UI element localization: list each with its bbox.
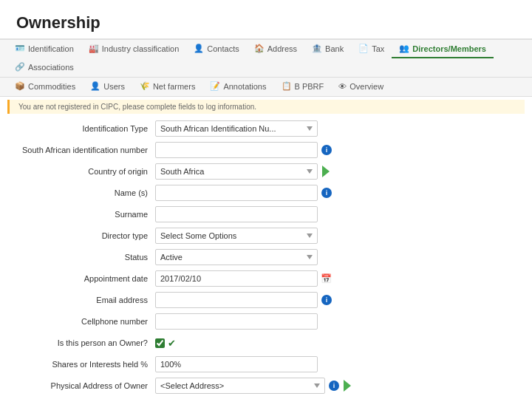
commodities-icon: 📦	[15, 81, 25, 91]
tab-bpbrf[interactable]: 📋 B PBRF	[274, 78, 332, 96]
email-input[interactable]	[155, 292, 318, 308]
cellphone-input[interactable]	[155, 313, 318, 330]
name-input[interactable]	[155, 185, 318, 201]
users-icon: 👤	[90, 81, 100, 91]
calendar-icon[interactable]: 📅	[321, 273, 332, 284]
name-label: Name (s)	[7, 188, 155, 197]
country-label: Country of origin	[7, 167, 155, 176]
appointment-row: Appointment date 📅	[7, 270, 525, 287]
tab-tax[interactable]: 📄 Tax	[351, 40, 392, 58]
email-info-icon[interactable]: i	[321, 295, 332, 305]
tab-net-farmers[interactable]: 🌾 Net farmers	[132, 78, 202, 96]
tab-address[interactable]: 🏠 Address	[247, 40, 304, 58]
tab-row-1: 🪪 Identification 🏭 Industry classificati…	[0, 40, 532, 78]
surname-label: Surname	[7, 210, 155, 219]
annotations-icon: 📝	[210, 81, 220, 91]
associations-icon: 🔗	[15, 62, 25, 72]
identification-type-select[interactable]: South African Identification Nu...	[155, 120, 318, 137]
identification-type-label: Identification Type	[7, 124, 155, 133]
is-owner-checkbox[interactable]	[155, 338, 165, 348]
tab-directors[interactable]: 👥 Directors/Members	[392, 40, 494, 58]
cellphone-row: Cellphone number	[7, 313, 525, 330]
tab-commodities[interactable]: 📦 Commodities	[7, 78, 83, 96]
tab-overview[interactable]: 👁 Overview	[331, 78, 391, 96]
sa-id-info-icon[interactable]: i	[321, 145, 332, 155]
contacts-icon: 👤	[194, 44, 204, 53]
is-owner-label: Is this person an Owner?	[7, 338, 155, 347]
country-select[interactable]: South Africa	[155, 163, 318, 180]
tab-associations[interactable]: 🔗 Associations	[7, 58, 81, 77]
status-select[interactable]: Active	[155, 249, 318, 265]
cellphone-label: Cellphone number	[7, 317, 155, 326]
checkmark-icon: ✔	[168, 338, 176, 349]
overview-icon: 👁	[338, 82, 347, 91]
sa-id-label: South African identification number	[7, 146, 155, 154]
page-title: Ownership	[16, 13, 516, 33]
status-row: Status Active	[7, 248, 525, 266]
identification-icon: 🪪	[15, 44, 25, 53]
name-info-icon[interactable]: i	[321, 188, 332, 198]
bank-icon: 🏦	[312, 44, 322, 53]
tab-annotations[interactable]: 📝 Annotations	[202, 78, 273, 96]
tab-identification[interactable]: 🪪 Identification	[7, 40, 81, 58]
is-owner-row: Is this person an Owner? ✔	[7, 334, 525, 352]
physical-address-row: Physical Address of Owner <Select Addres…	[7, 377, 525, 395]
physical-address-arrow	[344, 380, 351, 392]
director-type-select[interactable]: Select Some Options	[155, 228, 318, 244]
country-row: Country of origin South Africa	[7, 163, 525, 180]
page-header: Ownership	[0, 0, 532, 40]
alert-bar: You are not registered in CIPC, please c…	[7, 100, 525, 114]
physical-address-label: Physical Address of Owner	[7, 381, 155, 390]
address-icon: 🏠	[254, 44, 265, 53]
appointment-input[interactable]	[155, 270, 318, 287]
sa-id-row: South African identification number i	[7, 141, 525, 159]
country-arrow	[322, 166, 330, 177]
bpbrf-icon: 📋	[282, 81, 292, 91]
shares-input[interactable]	[155, 356, 318, 372]
surname-row: Surname	[7, 205, 525, 223]
identification-type-row: Identification Type South African Identi…	[7, 120, 525, 137]
shares-row: Shares or Interests held %	[7, 355, 525, 373]
physical-address-select[interactable]: <Select Address>	[155, 378, 325, 394]
email-label: Email address	[7, 296, 155, 304]
email-row: Email address i	[7, 291, 525, 309]
sa-id-input[interactable]	[155, 142, 318, 158]
tax-icon: 📄	[358, 44, 369, 53]
form-area: Identification Type South African Identi…	[0, 117, 532, 399]
director-type-label: Director type	[7, 231, 155, 240]
tab-row-2: 📦 Commodities 👤 Users 🌾 Net farmers 📝 An…	[0, 78, 532, 97]
physical-address-info-icon[interactable]: i	[329, 381, 339, 391]
director-type-row: Director type Select Some Options	[7, 227, 525, 245]
surname-input[interactable]	[155, 206, 318, 222]
tab-bank[interactable]: 🏦 Bank	[304, 40, 351, 58]
tab-industry[interactable]: 🏭 Industry classification	[81, 40, 187, 58]
industry-icon: 🏭	[89, 44, 99, 53]
name-row: Name (s) i	[7, 184, 525, 202]
appointment-label: Appointment date	[7, 274, 155, 283]
status-label: Status	[7, 253, 155, 262]
tab-contacts[interactable]: 👤 Contacts	[186, 40, 246, 58]
tab-users[interactable]: 👤 Users	[83, 78, 132, 96]
is-owner-checkbox-wrap: ✔	[155, 338, 176, 349]
net-farmers-icon: 🌾	[140, 81, 150, 91]
directors-icon: 👥	[399, 44, 409, 53]
shares-label: Shares or Interests held %	[7, 360, 155, 369]
